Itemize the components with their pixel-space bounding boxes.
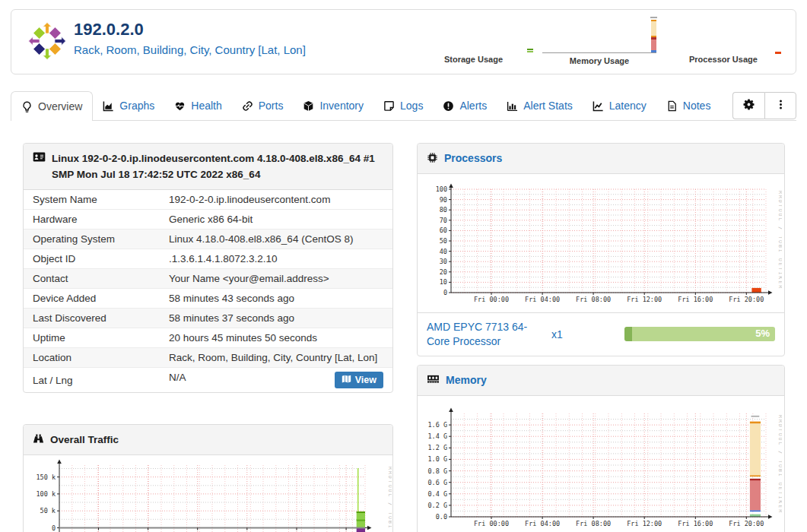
memory-graph[interactable]: 0.00.2 G0.4 G0.6 G0.8 G1.0 G1.2 G1.4 G1.… <box>418 396 784 532</box>
row-label: Location <box>24 348 160 368</box>
svg-text:Fri 08:00: Fri 08:00 <box>576 520 611 527</box>
memory-usage-label: Memory Usage <box>550 56 649 65</box>
row-label: Last Discovered <box>24 309 160 328</box>
svg-text:Fri 00:00: Fri 00:00 <box>474 296 509 303</box>
cpu-link[interactable]: AMD EPYC 7713 64-Core Processor <box>427 320 542 349</box>
centos-logo <box>28 22 66 60</box>
row-label: Lat / Lng <box>24 368 160 393</box>
device-header-card: 192.0.2.0 Rack, Room, Building, City, Co… <box>11 9 796 74</box>
svg-text:0.4 G: 0.4 G <box>427 490 447 498</box>
cpu-count: x1 <box>551 328 563 340</box>
tab-label: Latency <box>609 100 647 112</box>
row-value: Your Name <your@email.address> <box>160 269 392 289</box>
device-location-link[interactable]: Rack, Room, Building, City, Country [Lat… <box>74 43 306 56</box>
svg-text:0: 0 <box>443 289 447 296</box>
row-value: .1.3.6.1.4.1.8072.3.2.10 <box>160 249 392 269</box>
processors-panel: Processors 0102030405060708090100Fri 00:… <box>417 143 785 356</box>
overall-traffic-panel: Overall Traffic 050 k100 k150 kFri 00:00… <box>23 424 393 532</box>
row-value: 192-0-2-0.ip.linodeusercontent.com <box>160 190 392 210</box>
memory-panel-title: Memory <box>446 372 487 388</box>
device-menu-button[interactable] <box>764 92 796 119</box>
svg-text:Fri 00:00: Fri 00:00 <box>474 520 509 527</box>
tab-label: Health <box>191 100 221 112</box>
row-label: Hardware <box>24 210 160 230</box>
svg-text:Fri 16:00: Fri 16:00 <box>678 296 713 303</box>
bar-chart-icon <box>507 100 518 112</box>
tab-label: Alert Stats <box>523 100 573 112</box>
row-value: 58 minutes 43 seconds ago <box>160 289 392 309</box>
svg-text:70: 70 <box>440 217 447 224</box>
row-value: Generic x86 64-bit <box>160 210 392 230</box>
storage-usage-minigraph[interactable] <box>527 49 533 53</box>
traffic-panel-header: Overall Traffic <box>24 425 392 455</box>
tab-health[interactable]: Health <box>164 91 231 120</box>
svg-text:30: 30 <box>440 258 447 265</box>
device-tabbar: OverviewGraphsHealthPortsInventoryLogsAl… <box>11 91 796 121</box>
tab-label: Inventory <box>319 100 364 112</box>
svg-text:0.6 G: 0.6 G <box>427 479 447 486</box>
tab-inventory[interactable]: Inventory <box>293 91 373 120</box>
heartbeat-icon <box>174 100 186 112</box>
system-info-row: Uptime20 hours 45 minutes 50 seconds <box>24 328 392 348</box>
system-info-row: Last Discovered58 minutes 37 seconds ago <box>24 309 392 328</box>
kebab-icon <box>775 99 786 112</box>
svg-text:Fri 08:00: Fri 08:00 <box>576 296 611 303</box>
traffic-panel-title: Overall Traffic <box>50 432 119 448</box>
row-label: Uptime <box>24 328 160 348</box>
svg-text:Fri 16:00: Fri 16:00 <box>678 520 713 527</box>
tab-ports[interactable]: Ports <box>232 91 294 120</box>
row-label: Object ID <box>24 249 160 269</box>
row-label: Operating System <box>24 230 160 249</box>
tab-alert-stats[interactable]: Alert Stats <box>497 91 583 120</box>
system-info-row: Operating SystemLinux 4.18.0-408.el8.x86… <box>24 230 392 249</box>
processors-graph[interactable]: 0102030405060708090100Fri 00:00Fri 04:00… <box>418 174 784 312</box>
system-info-panel: Linux 192-0-2-0.ip.linodeusercontent.com… <box>23 143 393 393</box>
row-value: Linux 4.18.0-408.el8.x86_64 (CentOS 8) <box>160 230 392 249</box>
cpu-usage-label: 5% <box>755 328 770 339</box>
system-info-row: HardwareGeneric x86 64-bit <box>24 210 392 230</box>
tab-label: Notes <box>683 100 711 112</box>
tab-latency[interactable]: Latency <box>583 91 656 120</box>
binoculars-icon <box>33 432 44 445</box>
overall-traffic-graph[interactable]: 050 k100 k150 kFri 00:00Fri 04:00Fri 08:… <box>24 455 392 532</box>
svg-text:Fri 20:00: Fri 20:00 <box>729 296 764 303</box>
tab-label: Alerts <box>459 100 487 112</box>
svg-text:Fri 04:00: Fri 04:00 <box>525 520 560 527</box>
device-actions-group <box>732 92 796 119</box>
memory-usage-minigraph-baseline <box>542 52 656 53</box>
svg-text:RRDTOOL / TOBI OETIKER: RRDTOOL / TOBI OETIKER <box>777 415 782 514</box>
processor-row: AMD EPYC 7713 64-Core Processor x1 5% <box>418 312 784 356</box>
device-title: 192.0.2.0 <box>74 20 144 40</box>
svg-text:Fri 04:00: Fri 04:00 <box>525 296 560 303</box>
svg-text:150 k: 150 k <box>36 473 56 481</box>
svg-text:0.0: 0.0 <box>436 513 447 521</box>
cube-icon <box>303 100 314 112</box>
gear-icon <box>742 98 755 113</box>
processor-usage-minigraph[interactable] <box>775 52 781 54</box>
tab-logs[interactable]: Logs <box>373 91 433 120</box>
tab-notes[interactable]: Notes <box>656 91 721 120</box>
row-value: 20 hours 45 minutes 50 seconds <box>160 328 392 348</box>
tab-graphs[interactable]: Graphs <box>93 91 164 120</box>
storage-usage-label: Storage Usage <box>444 55 503 64</box>
system-panel-header: Linux 192-0-2-0.ip.linodeusercontent.com… <box>24 144 392 190</box>
svg-text:100: 100 <box>436 185 447 193</box>
memory-panel: Memory 0.00.2 G0.4 G0.6 G0.8 G1.0 G1.2 G… <box>417 365 785 532</box>
id-card-icon <box>33 150 46 162</box>
svg-text:20: 20 <box>440 268 447 276</box>
view-location-button[interactable]: View <box>335 372 383 388</box>
tab-label: Overview <box>38 100 82 112</box>
row-value: N/AView <box>160 368 392 393</box>
svg-text:RRDTOOL / TOBI OETIKER: RRDTOOL / TOBI OETIKER <box>387 467 392 532</box>
row-value: Rack, Room, Building, City, Country [Lat… <box>160 348 392 368</box>
svg-text:1.4 G: 1.4 G <box>427 432 447 440</box>
tab-alerts[interactable]: Alerts <box>433 91 497 120</box>
svg-text:Fri 20:00: Fri 20:00 <box>729 520 764 527</box>
system-info-row: Object ID.1.3.6.1.4.1.8072.3.2.10 <box>24 249 392 269</box>
memory-usage-minigraph[interactable] <box>651 19 656 52</box>
tab-overview[interactable]: Overview <box>11 91 93 121</box>
tab-label: Graphs <box>119 100 154 112</box>
device-settings-button[interactable] <box>732 92 764 119</box>
processors-panel-title: Processors <box>444 150 502 166</box>
row-value: 58 minutes 37 seconds ago <box>160 309 392 328</box>
